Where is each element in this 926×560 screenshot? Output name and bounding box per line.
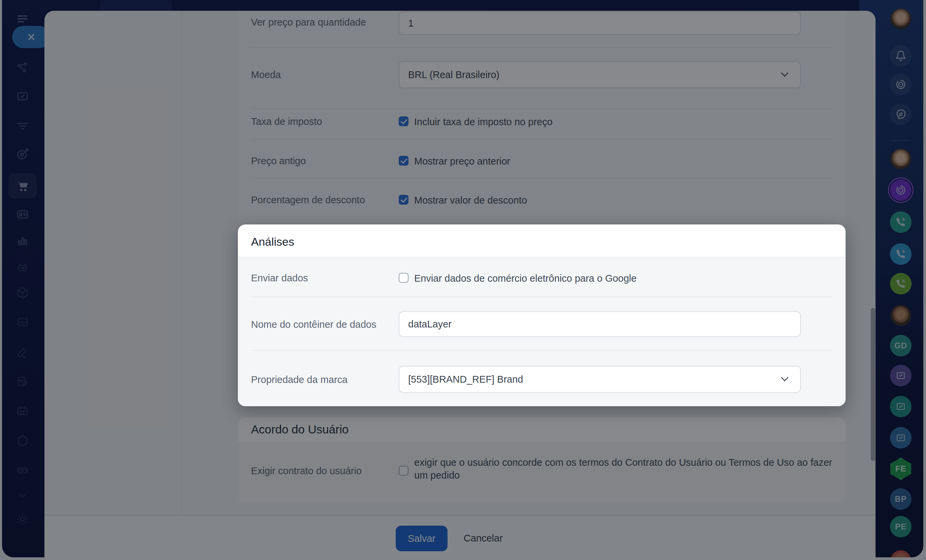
select-value: [553][BRAND_REF] Brand <box>408 374 523 385</box>
section-title: Análises <box>251 235 294 248</box>
field-label: Enviar dados <box>251 272 308 284</box>
row-divider <box>251 350 832 351</box>
row-divider <box>251 297 832 297</box>
send-data-checkbox[interactable] <box>399 273 409 283</box>
field-label: Nome do contêiner de dados <box>251 318 376 330</box>
data-container-input[interactable] <box>399 311 801 337</box>
section-body: Enviar dados Enviar dados de comércio el… <box>238 257 846 406</box>
field-label: Propriedade da marca <box>251 374 348 386</box>
chevron-down-icon <box>781 374 789 381</box>
brand-property-select[interactable]: [553][BRAND_REF] Brand <box>399 366 801 393</box>
checkbox-label: Enviar dados de comércio eletrônico para… <box>414 272 637 285</box>
section-analytics: Análises Enviar dados Enviar dados de co… <box>238 224 846 406</box>
